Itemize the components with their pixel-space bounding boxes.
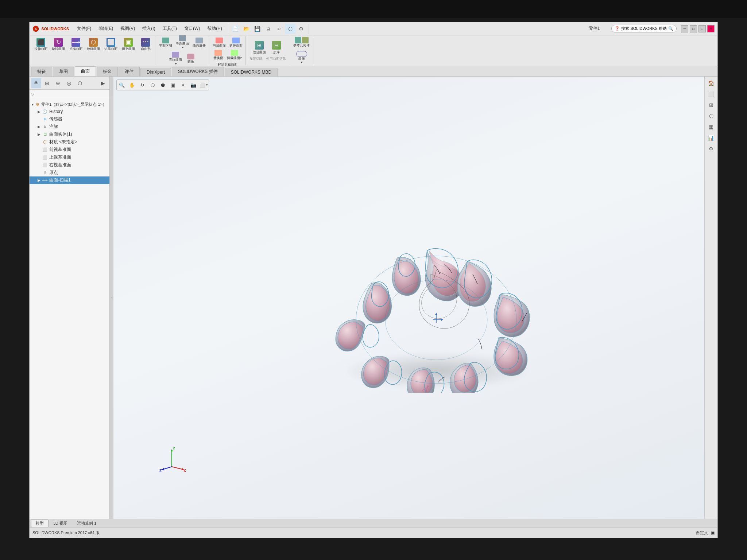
fillet-btn[interactable]: 圆角: [184, 53, 197, 65]
vp-rotate-btn[interactable]: ↻: [138, 81, 147, 89]
restore-btn[interactable]: □: [690, 25, 697, 32]
thicken-cut-btn[interactable]: 加厚切除: [248, 56, 264, 62]
panel-icon-eye[interactable]: 👁: [31, 78, 41, 88]
tab-dimxpert[interactable]: DimXpert: [140, 68, 171, 76]
tree-sensors[interactable]: ▶ ⊛ 传感器: [30, 115, 109, 123]
offset-surface-btn[interactable]: 等距曲面: [174, 35, 190, 50]
ruled-surface-btn[interactable]: 直纹曲面: [167, 51, 183, 66]
svg-text:Z: Z: [159, 468, 162, 473]
select-btn[interactable]: ⬡: [285, 24, 295, 34]
vp-section-btn[interactable]: ▣: [169, 81, 177, 89]
undo-btn[interactable]: ↩: [274, 24, 285, 34]
tree-root[interactable]: ▾ ⚙ 零件1（默认<<默认>_显示状态 1>）: [30, 101, 109, 108]
tree-material[interactable]: ▶ ⬡ 材质 <未指定>: [30, 138, 109, 146]
menu-view[interactable]: 视图(V): [117, 24, 138, 33]
revolve-surface-btn[interactable]: ↻ 旋转曲面: [50, 37, 67, 52]
tree-annotations[interactable]: ▶ A 注解: [30, 123, 109, 131]
tab-surfaces[interactable]: 曲面: [75, 66, 96, 76]
vp-zoom-btn[interactable]: 🔍: [117, 81, 126, 89]
vp-render-btn[interactable]: ⬢: [158, 81, 167, 89]
tree-history[interactable]: ▶ 🕐 History: [30, 108, 109, 115]
replace-face-btn[interactable]: 替换面: [212, 49, 225, 61]
vp-view-btn[interactable]: ⬜: [199, 81, 208, 89]
menu-tools[interactable]: 工具(T): [160, 24, 180, 33]
cut-with-surface-btn[interactable]: 使用曲面切除: [265, 56, 287, 62]
history-icon: 🕐: [42, 109, 48, 114]
status-text: SOLIDWORKS Premium 2017 x64 版: [32, 530, 100, 536]
menu-file[interactable]: 文件(F): [74, 24, 94, 33]
close-btn[interactable]: ✕: [707, 25, 715, 32]
freeform-btn[interactable]: 〰 自由形: [138, 37, 154, 52]
print-btn[interactable]: 🖨: [263, 24, 274, 34]
right-btn-home[interactable]: 🏠: [706, 78, 716, 88]
vp-pan-btn[interactable]: ✋: [128, 81, 136, 89]
svg-marker-7: [441, 319, 443, 321]
panel-icon-palette[interactable]: ⬡: [75, 78, 85, 88]
save-btn[interactable]: 💾: [252, 24, 263, 34]
right-btn-graph[interactable]: 📊: [706, 133, 716, 143]
svg-marker-8: [435, 313, 437, 315]
bottom-tab-motion[interactable]: 运动算例 1: [72, 520, 101, 527]
menu-help[interactable]: 帮助(H): [204, 24, 225, 33]
tab-sketch[interactable]: 草图: [53, 67, 74, 76]
reference-geometry-btn[interactable]: 参考几何体: [291, 36, 311, 48]
vp-lights-btn[interactable]: ☀: [179, 81, 187, 89]
maximize-btn[interactable]: □: [698, 25, 706, 32]
tab-sw-addins[interactable]: SOLIDWORKS 插件: [172, 67, 224, 76]
tab-evaluate[interactable]: 评估: [119, 67, 140, 76]
app-logo: S SOLIDWORKS: [32, 23, 69, 34]
vp-display-btn[interactable]: ⬡: [148, 81, 157, 89]
knit-surface-btn[interactable]: ⊞ 缝合曲面: [251, 40, 268, 55]
panel-collapse-handle[interactable]: ‹: [110, 77, 113, 519]
bottom-tab-model[interactable]: 模型: [31, 520, 49, 527]
thicken-btn[interactable]: ⊟ 加厚: [268, 40, 285, 55]
fill-surface-btn[interactable]: ▣ 填充曲面: [120, 37, 137, 52]
trim-surface-btn[interactable]: 剪裁曲面: [211, 37, 227, 48]
loft-surface-btn[interactable]: ⬡ 放样曲面: [85, 37, 102, 52]
new-btn[interactable]: 📄: [231, 24, 241, 34]
tab-sw-mbd[interactable]: SOLIDWORKS MBD: [225, 68, 278, 76]
solid-bodies-icon: ⊡: [42, 132, 48, 137]
sweep-surface-btn[interactable]: ⟿ 扫描曲面: [67, 37, 84, 52]
right-btn-properties[interactable]: ⊞: [706, 100, 716, 110]
tree-front-plane[interactable]: ▶ ⬜ 前视基准面: [30, 146, 109, 153]
panel-icon-tree[interactable]: ⊞: [42, 78, 52, 88]
search-input-label: 搜索 SOLIDWORKS 帮助: [621, 26, 667, 31]
trim-surface2-btn[interactable]: 剪裁曲面2: [225, 49, 243, 61]
panel-icon-target[interactable]: ◎: [64, 78, 74, 88]
menu-window[interactable]: 窗口(W): [181, 24, 203, 33]
menu-insert[interactable]: 插入(I): [139, 24, 158, 33]
options-btn[interactable]: ⚙: [296, 24, 306, 34]
trim-tools-group: 剪裁曲面 延伸曲面 替换面 剪裁曲面2 解除剪裁曲面: [210, 36, 246, 65]
material-icon: ⬡: [42, 139, 48, 145]
vp-camera-btn[interactable]: 📷: [189, 81, 198, 89]
tree-solid-bodies[interactable]: ▶ ⊡ 曲面实体(1): [30, 131, 109, 138]
right-btn-settings[interactable]: ⚙: [706, 144, 716, 154]
bottom-tab-3dview[interactable]: 3D 视图: [49, 520, 72, 527]
viewport[interactable]: 🔍 ✋ ↻ ⬡ ⬢ ▣ ☀ 📷 ⬜: [113, 77, 704, 519]
curves-btn[interactable]: 曲线: [294, 50, 310, 66]
panel-icon-move[interactable]: ⊕: [53, 78, 63, 88]
surface-flatten-btn[interactable]: 曲面展开: [191, 37, 207, 48]
extrude-surface-btn[interactable]: ⬛ 拉伸曲面: [32, 37, 49, 52]
menu-edit[interactable]: 编辑(E): [96, 24, 116, 33]
minimize-btn[interactable]: ─: [681, 25, 688, 32]
extend-surface-btn[interactable]: 延伸曲面: [228, 37, 244, 48]
panel-expand-btn[interactable]: ▶: [98, 78, 108, 88]
right-btn-color[interactable]: ⬡: [706, 111, 716, 121]
untrim-surface-btn[interactable]: 解除剪裁曲面: [216, 62, 239, 66]
tree-top-plane[interactable]: ▶ ⬜ 上视基准面: [30, 153, 109, 161]
tree-origin[interactable]: ▶ ⊕ 原点: [30, 169, 109, 176]
solid-bodies-arrow: ▶: [37, 132, 41, 137]
open-btn[interactable]: 📂: [241, 24, 252, 34]
right-btn-table[interactable]: ▦: [706, 122, 716, 132]
tree-surface-sweep1[interactable]: ▶ ⟿ 曲面-扫描1: [30, 176, 109, 184]
tab-sheet-metal[interactable]: 板金: [97, 67, 118, 76]
right-btn-layers[interactable]: ⬜: [706, 89, 716, 99]
tree-right-plane[interactable]: ▶ ⬜ 右视基准面: [30, 161, 109, 169]
planar-surface-btn[interactable]: 平面区域: [158, 37, 174, 48]
search-icon[interactable]: 🔍: [668, 26, 673, 31]
tab-features[interactable]: 特征: [31, 67, 52, 76]
origin-icon: ⊕: [42, 170, 48, 176]
boundary-surface-btn[interactable]: ⬜ 边界曲面: [102, 37, 119, 52]
